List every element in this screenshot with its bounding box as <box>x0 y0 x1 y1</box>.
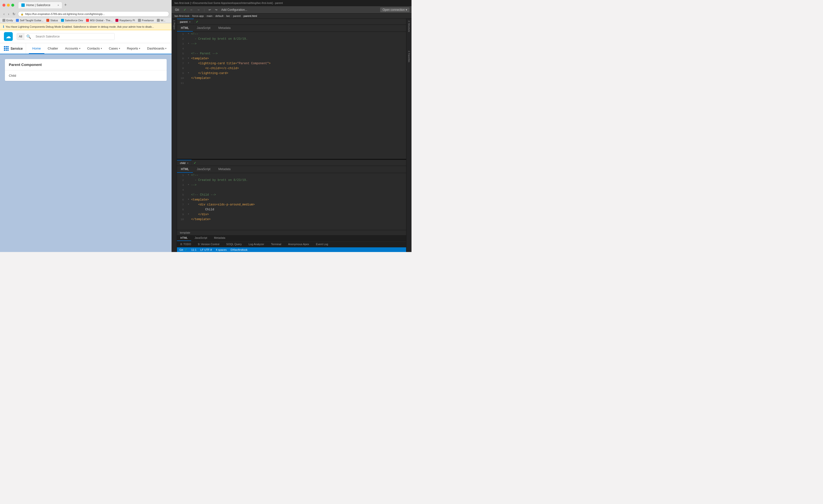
nav-reports[interactable]: Reports ▾ <box>124 44 144 53</box>
child-code-line-7: 7 ▾ <div class=slds-p-around_medium> <box>177 202 406 207</box>
address-bar[interactable]: 🔒 https://fun-inspiration-5789-dev-ed.li… <box>18 11 169 17</box>
side-label-favorites[interactable]: 2: Favorites <box>407 49 411 64</box>
subtab-metadata[interactable]: Metadata <box>214 25 234 32</box>
tool-tab-soql[interactable]: SOQL Query <box>223 241 245 247</box>
bottom-tab-html[interactable]: HTML <box>177 235 191 241</box>
nav-accounts[interactable]: Accounts ▾ <box>61 44 84 53</box>
breadcrumb-lwc2[interactable]: lwc <box>226 14 230 17</box>
subtab-html[interactable]: HTML <box>177 25 193 32</box>
forward-button[interactable]: › <box>7 11 10 16</box>
child-subtab-html[interactable]: HTML <box>177 166 193 173</box>
toolbar-back[interactable]: ← <box>189 7 195 12</box>
bookmark-raspberry[interactable]: Raspberry Pi <box>116 19 135 22</box>
breadcrumb-default[interactable]: default <box>215 14 223 17</box>
bottom-tab-javascript[interactable]: JavaScript <box>191 235 210 241</box>
child-subtab-metadata[interactable]: Metadata <box>214 166 234 173</box>
child-subtab-javascript[interactable]: JavaScript <box>193 166 214 173</box>
close-button[interactable] <box>2 4 5 7</box>
bottom-panel: child × ✓ HTML JavaScript Metadata 1 <box>177 159 406 252</box>
collapse-icon[interactable]: ▾ <box>187 42 190 46</box>
parent-tab-label: parent <box>180 20 187 23</box>
tool-tab-todo[interactable]: 8: TODO <box>177 241 195 247</box>
bookmark-freelance[interactable]: Freelance <box>138 19 154 22</box>
tool-tab-version[interactable]: 9: Version Control <box>195 241 223 247</box>
bottom-tab-metadata[interactable]: Metadata <box>210 235 229 241</box>
collapse-icon[interactable]: ▾ <box>187 56 190 60</box>
editor-toolbar: Git: ✓ ← → | ↩ ↪ Add Configuration... Op… <box>172 6 412 13</box>
nav-home[interactable]: Home <box>29 44 44 54</box>
bookmark-label: Salesforce Dev <box>65 19 83 22</box>
toolbar-undo[interactable]: ↩ <box>207 7 212 12</box>
search-filter-dropdown[interactable]: All <box>17 33 24 40</box>
parent-tab-close[interactable]: × <box>189 20 190 23</box>
browser-titlebar: Home | Salesforce × + <box>0 0 172 10</box>
browser-tab[interactable]: Home | Salesforce × <box>18 2 62 8</box>
toolbar-redo[interactable]: ↪ <box>213 7 219 12</box>
nav-chatter[interactable]: Chatter <box>44 44 62 53</box>
bookmark-label: Raspberry Pi <box>119 19 135 22</box>
tool-tab-apex[interactable]: Anonymous Apex <box>285 241 313 247</box>
code-line-1: 1 ▾ <!-- <box>177 32 406 37</box>
bookmark-sfdev[interactable]: Salesforce Dev <box>61 19 83 22</box>
bookmark-emily[interactable]: Emily <box>2 19 13 22</box>
search-input[interactable] <box>33 33 115 40</box>
collapse-icon[interactable]: ▾ <box>187 32 190 36</box>
salesforce-logo[interactable]: ☁ <box>4 32 13 41</box>
child-tab-close[interactable]: × <box>187 162 188 164</box>
open-connection-btn[interactable]: Open connection ▾ <box>380 7 409 12</box>
line-content: <template> <box>190 198 406 202</box>
child-breadcrumb-label: template <box>180 231 190 234</box>
back-button[interactable]: ‹ <box>2 11 6 16</box>
breadcrumb-main[interactable]: main <box>207 14 212 17</box>
child-file-tab[interactable]: child × <box>177 160 192 166</box>
bookmark-guitar[interactable]: Self Taught Guitar... <box>16 19 43 22</box>
breadcrumb-sep: › <box>231 14 232 17</box>
collapse-icon[interactable]: ▾ <box>187 71 190 75</box>
bookmark-status[interactable]: Status <box>46 19 58 22</box>
parent-file-tab[interactable]: parent × <box>177 19 194 24</box>
line-content: --> <box>190 183 406 187</box>
add-config-btn[interactable]: Add Configuration... <box>220 7 249 12</box>
bookmark-w[interactable]: W... <box>157 19 165 22</box>
nav-cases[interactable]: Cases ▾ <box>106 44 124 53</box>
tab-close-icon[interactable]: × <box>57 4 59 7</box>
salesforce-nav: Service Home Chatter Accounts ▾ Contacts… <box>0 43 172 54</box>
code-line-6: 6 ▾ <template> <box>177 56 406 61</box>
editor-main: parent × ✓ HTML JavaScript Metadata 1 ▾ <box>177 19 406 252</box>
breadcrumb-forceapp[interactable]: force-app <box>192 14 204 17</box>
collapse-icon[interactable]: ▾ <box>187 183 190 187</box>
toolbar-separator: | <box>202 7 206 12</box>
minimize-button[interactable] <box>7 4 10 7</box>
toolbar-forward[interactable]: → <box>196 7 201 12</box>
refresh-button[interactable]: ↻ <box>11 11 16 16</box>
tool-tab-terminal[interactable]: Terminal <box>268 241 285 247</box>
new-tab-button[interactable]: + <box>63 1 68 9</box>
bookmark-favicon <box>2 19 5 22</box>
collapse-icon[interactable]: ▾ <box>187 61 190 65</box>
chevron-down-icon: ▾ <box>79 47 80 50</box>
breadcrumb-parenthtml[interactable]: parent.html <box>243 14 257 17</box>
collapse-icon[interactable]: ▾ <box>187 202 190 206</box>
collapse-icon[interactable]: ▾ <box>187 212 190 216</box>
tool-tab-eventlog[interactable]: Event Log <box>313 241 332 247</box>
bookmark-label: Emily <box>6 19 13 22</box>
breadcrumb-parent[interactable]: parent <box>233 14 241 17</box>
nav-dashboards[interactable]: Dashboards ▾ <box>144 44 170 53</box>
line-content: Child <box>190 207 406 212</box>
subtab-javascript[interactable]: JavaScript <box>193 25 214 32</box>
git-check-icon[interactable]: ✓ <box>182 7 188 12</box>
line-num: 3 <box>177 183 187 187</box>
code-line-11: 11 <box>177 81 406 86</box>
bookmark-msi[interactable]: MSI Global - The... <box>86 19 113 22</box>
line-num: 8 <box>177 207 187 212</box>
side-label-structure[interactable]: 2: Structure <box>407 19 411 34</box>
collapse-icon[interactable]: ▾ <box>187 198 190 201</box>
nav-contacts[interactable]: Contacts ▾ <box>84 44 106 53</box>
line-content: <div class=slds-p-around_medium> <box>190 202 406 207</box>
app-launcher[interactable]: Service <box>4 43 26 54</box>
breadcrumb-lwc[interactable]: lwc-first-look <box>174 14 189 17</box>
maximize-button[interactable] <box>11 4 14 7</box>
side-label-project[interactable]: 1: Project <box>173 19 176 31</box>
tool-tab-loganalyzer[interactable]: Log Analyzer <box>245 241 268 247</box>
collapse-icon[interactable]: ▾ <box>187 173 190 177</box>
